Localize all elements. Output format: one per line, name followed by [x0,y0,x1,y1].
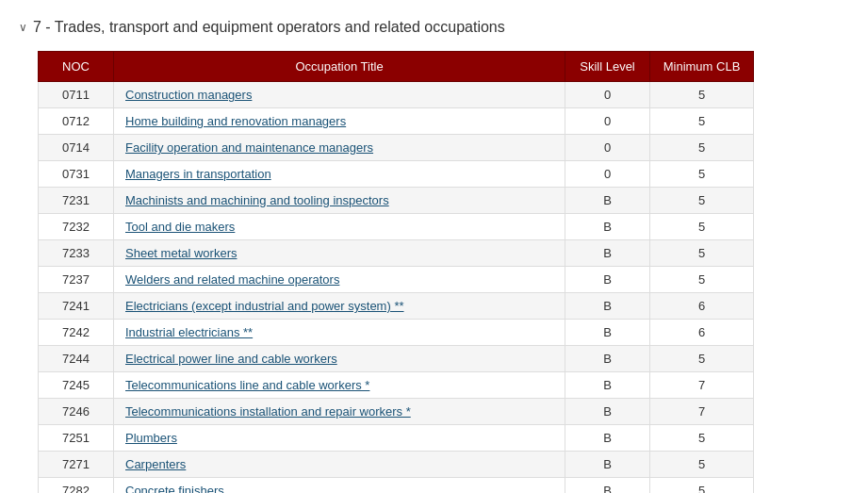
cell-clb: 5 [650,267,754,293]
cell-title: Home building and renovation managers [114,108,565,135]
cell-skill: 0 [565,135,650,161]
occupation-link[interactable]: Welders and related machine operators [125,272,339,287]
cell-clb: 7 [650,399,754,425]
table-row: 0714Facility operation and maintenance m… [39,135,754,161]
cell-noc: 7233 [39,240,114,267]
cell-noc: 7237 [39,267,114,293]
table-row: 7245Telecommunications line and cable wo… [39,372,754,399]
cell-title: Managers in transportation [114,161,565,188]
cell-skill: B [565,346,650,372]
cell-title: Sheet metal workers [114,240,565,267]
occupation-link[interactable]: Construction managers [125,88,252,102]
cell-skill: 0 [565,108,650,135]
occupation-link[interactable]: Carpenters [125,457,186,471]
cell-skill: B [565,452,650,478]
table-container: NOC Occupation Title Skill Level Minimum… [38,51,849,493]
occupation-link[interactable]: Managers in transportation [125,167,271,181]
cell-clb: 5 [650,214,754,240]
cell-noc: 7241 [39,293,114,320]
cell-skill: B [565,478,650,494]
occupation-link[interactable]: Concrete finishers [125,484,224,493]
table-row: 7244Electrical power line and cable work… [39,346,754,372]
cell-noc: 7246 [39,399,114,425]
table-row: 7233Sheet metal workersB5 [39,240,754,267]
cell-skill: B [565,320,650,346]
cell-noc: 7231 [39,188,114,214]
table-row: 7231Machinists and machining and tooling… [39,188,754,214]
col-header-clb: Minimum CLB [650,52,754,82]
cell-noc: 7232 [39,214,114,240]
cell-clb: 5 [650,452,754,478]
table-row: 7251PlumbersB5 [39,425,754,452]
cell-title: Concrete finishers [114,478,565,494]
cell-skill: 0 [565,82,650,108]
cell-clb: 7 [650,372,754,399]
occupation-link[interactable]: Electrical power line and cable workers [125,352,337,366]
chevron-icon[interactable]: ∨ [19,21,27,34]
cell-title: Construction managers [114,82,565,108]
table-row: 0712Home building and renovation manager… [39,108,754,135]
occupation-link[interactable]: Industrial electricians ** [125,325,253,339]
table-row: 7282Concrete finishersB5 [39,478,754,494]
cell-skill: B [565,372,650,399]
occupation-link[interactable]: Machinists and machining and tooling ins… [125,193,389,207]
cell-noc: 7251 [39,425,114,452]
table-row: 7241Electricians (except industrial and … [39,293,754,320]
table-row: 7271CarpentersB5 [39,452,754,478]
table-header-row: NOC Occupation Title Skill Level Minimum… [39,52,754,82]
cell-skill: B [565,188,650,214]
cell-title: Welders and related machine operators [114,267,565,293]
table-row: 7237Welders and related machine operator… [39,267,754,293]
table-row: 7242Industrial electricians **B6 [39,320,754,346]
cell-skill: B [565,293,650,320]
table-row: 0731Managers in transportation05 [39,161,754,188]
cell-title: Machinists and machining and tooling ins… [114,188,565,214]
cell-clb: 6 [650,320,754,346]
cell-noc: 0712 [39,108,114,135]
cell-skill: B [565,214,650,240]
occupation-link[interactable]: Home building and renovation managers [125,114,346,128]
cell-title: Electricians (except industrial and powe… [114,293,565,320]
cell-skill: B [565,399,650,425]
cell-noc: 7244 [39,346,114,372]
cell-noc: 7282 [39,478,114,494]
cell-clb: 5 [650,161,754,188]
occupation-link[interactable]: Facility operation and maintenance manag… [125,140,373,155]
occupation-link[interactable]: Tool and die makers [125,220,235,234]
occupation-link[interactable]: Telecommunications installation and repa… [125,404,411,419]
occupation-link[interactable]: Electricians (except industrial and powe… [125,299,404,313]
section-container: ∨ 7 - Trades, transport and equipment op… [19,19,849,493]
cell-title: Industrial electricians ** [114,320,565,346]
cell-clb: 5 [650,425,754,452]
cell-noc: 7271 [39,452,114,478]
cell-noc: 7245 [39,372,114,399]
cell-title: Carpenters [114,452,565,478]
table-row: 0711Construction managers05 [39,82,754,108]
occupation-link[interactable]: Plumbers [125,431,177,445]
occupation-link[interactable]: Sheet metal workers [125,246,237,260]
cell-clb: 5 [650,82,754,108]
section-title: 7 - Trades, transport and equipment oper… [33,19,505,36]
cell-clb: 5 [650,135,754,161]
cell-clb: 6 [650,293,754,320]
cell-skill: B [565,425,650,452]
col-header-title: Occupation Title [114,52,565,82]
table-row: 7232Tool and die makersB5 [39,214,754,240]
cell-skill: B [565,267,650,293]
cell-noc: 0731 [39,161,114,188]
cell-clb: 5 [650,188,754,214]
cell-title: Facility operation and maintenance manag… [114,135,565,161]
cell-clb: 5 [650,108,754,135]
cell-clb: 5 [650,346,754,372]
cell-clb: 5 [650,478,754,494]
cell-noc: 0711 [39,82,114,108]
cell-title: Plumbers [114,425,565,452]
cell-title: Electrical power line and cable workers [114,346,565,372]
occupations-table: NOC Occupation Title Skill Level Minimum… [38,51,754,493]
col-header-noc: NOC [39,52,114,82]
cell-skill: B [565,240,650,267]
cell-title: Telecommunications installation and repa… [114,399,565,425]
cell-title: Telecommunications line and cable worker… [114,372,565,399]
occupation-link[interactable]: Telecommunications line and cable worker… [125,378,369,392]
cell-clb: 5 [650,240,754,267]
